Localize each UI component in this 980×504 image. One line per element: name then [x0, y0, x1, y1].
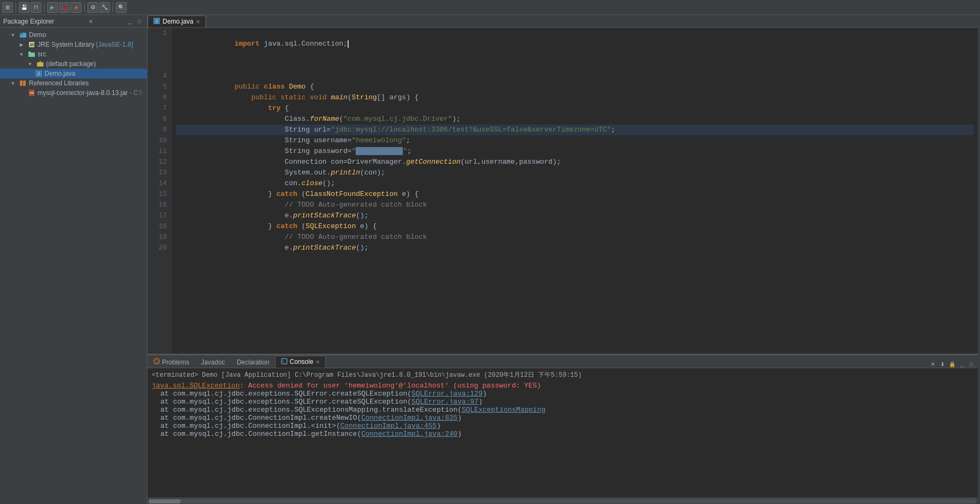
tree-item-demo-java[interactable]: J Demo.java	[0, 69, 147, 78]
toolbar-btn-save[interactable]: 💾	[19, 2, 30, 13]
ln-16: 16	[152, 200, 167, 210]
package-explorer-header: Package Explorer ✕ _ □	[0, 15, 147, 28]
toolbar-btn-run[interactable]: ▶	[47, 2, 58, 13]
java-file-icon: J	[34, 69, 43, 78]
tree-item-src[interactable]: ▼ src	[0, 49, 147, 59]
toolbar-btn-clean[interactable]: 🔧	[99, 2, 110, 13]
tab-problems-label: Problems	[162, 359, 189, 366]
tab-console[interactable]: >_ Console ✕	[275, 356, 326, 368]
ln-20: 20	[152, 243, 167, 253]
tree-item-demo-project[interactable]: ▼ Demo	[0, 30, 147, 40]
tab-declaration[interactable]: Declaration	[231, 356, 275, 368]
toolbar-btn-search[interactable]: 🔍	[116, 2, 127, 13]
jar-icon: JAR	[27, 89, 36, 97]
ln-10: 10	[152, 135, 167, 146]
ln-17: 17	[152, 210, 167, 221]
ln-15: 15	[152, 189, 167, 200]
console-controls: ✕ ⬇ 🔒 _ □	[929, 360, 978, 368]
code-line-4	[176, 60, 974, 71]
ln-4: 4	[152, 71, 167, 82]
code-line-8: Class.forName("com.mysql.cj.jdbc.Driver"…	[176, 103, 974, 114]
tree-item-label: Demo.java	[45, 70, 75, 77]
library-icon: JR	[27, 40, 36, 49]
ln-1: 1	[152, 28, 167, 39]
console-terminated-line: <terminated> Demo [Java Application] C:\…	[152, 370, 974, 379]
bottom-panel: ! Problems Javadoc Declaration >_	[148, 354, 978, 504]
stack-link-6[interactable]: ConnectionImpl.java:240	[361, 430, 457, 438]
expand-arrow-jar-icon	[17, 89, 26, 97]
minimize-btn[interactable]: _	[126, 18, 134, 25]
code-editor[interactable]: 1 4 5 6 7 8 9 10 11 12 13	[148, 28, 978, 354]
javadoc-label: Javadoc	[201, 359, 225, 366]
exception-type-link[interactable]: java.sql.SQLException	[152, 382, 240, 390]
editor-tab-demo-java[interactable]: J Demo.java ✕	[148, 16, 206, 27]
svg-text:J: J	[156, 19, 158, 23]
console-scroll-thumb[interactable]	[149, 499, 181, 503]
toolbar: ⊞ 💾 ⊓ ▶ 🐞 ■ ⚙ 🔧 🔍	[0, 0, 980, 15]
toolbar-btn-build[interactable]: ⚙	[87, 2, 98, 13]
tree-item-label: mysql-connector-java-8.0.13.jar - C:\	[38, 89, 142, 97]
code-line-3	[176, 49, 974, 60]
console-tab-close-icon[interactable]: ✕	[315, 359, 320, 365]
console-minimize-btn[interactable]: _	[957, 360, 966, 368]
stack-link-3[interactable]: SQLExceptionsMapping	[462, 406, 546, 414]
console-clear-btn[interactable]: ✕	[929, 360, 937, 368]
console-scrollbar-h[interactable]	[148, 498, 978, 504]
tree-item-label: src	[38, 50, 46, 58]
tree-item-mysql-jar[interactable]: JAR mysql-connector-java-8.0.13.jar - C:…	[0, 88, 147, 98]
ln-blank	[152, 60, 167, 71]
expand-arrow-jre-icon: ▶	[17, 40, 26, 49]
toolbar-btn-new[interactable]: ⊞	[2, 2, 13, 13]
right-resize-bar[interactable]	[978, 15, 980, 504]
declaration-label: Declaration	[237, 359, 269, 366]
bottom-tab-bar: ! Problems Javadoc Declaration >_	[148, 355, 978, 368]
ln-19: 19	[152, 232, 167, 243]
stack-link-5[interactable]: ConnectionImpl.java:455	[340, 422, 436, 430]
package-explorer-close-icon[interactable]: ✕	[89, 18, 93, 25]
console-maximize-btn[interactable]: □	[967, 360, 976, 368]
line-numbers: 1 4 5 6 7 8 9 10 11 12 13	[148, 28, 172, 354]
tree-item-label: JRE System Library [JavaSE-1.8]	[38, 41, 133, 48]
svg-text:JAR: JAR	[29, 91, 34, 94]
ln-9: 9	[152, 125, 167, 135]
toolbar-btn-debug[interactable]: 🐞	[59, 2, 70, 13]
toolbar-btn-saveall[interactable]: ⊓	[31, 2, 41, 13]
maximize-btn[interactable]: □	[135, 18, 144, 25]
java-tab-icon: J	[153, 18, 160, 26]
stack-link-4[interactable]: ConnectionImpl.java:835	[361, 414, 457, 422]
ln-5: 5	[152, 82, 167, 92]
tree-item-default-package[interactable]: ▼ (default package)	[0, 59, 147, 69]
expand-arrow-src-icon: ▼	[17, 50, 26, 59]
tree-item-label: Referenced Libraries	[29, 79, 89, 87]
ln-blank	[152, 39, 167, 49]
ln-11: 11	[152, 146, 167, 157]
exception-message: : Access denied for user 'hemeiwolong'@'…	[240, 382, 541, 390]
ref-lib-icon	[19, 79, 27, 87]
src-folder-icon	[27, 50, 36, 59]
ln-8: 8	[152, 114, 167, 125]
tab-problems[interactable]: ! Problems	[148, 356, 195, 368]
stack-line-2: at com.mysql.cj.jdbc.exceptions.SQLError…	[152, 398, 974, 406]
package-explorer-title: Package Explorer	[3, 18, 54, 25]
toolbar-btn-stop[interactable]: ■	[71, 2, 82, 13]
svg-rect-8	[23, 81, 26, 86]
ln-12: 12	[152, 157, 167, 167]
tree-item-ref-libs[interactable]: ▼ Referenced Libraries	[0, 78, 147, 88]
tab-javadoc[interactable]: Javadoc	[195, 356, 231, 368]
console-scroll-end-btn[interactable]: ⬇	[938, 360, 947, 368]
stack-link-2[interactable]: SQLError.java:97	[411, 398, 478, 406]
toolbar-sep-2	[44, 3, 45, 12]
toolbar-sep-3	[84, 3, 85, 12]
svg-text:JR: JR	[30, 43, 34, 47]
package-explorer-panel: Package Explorer ✕ _ □ ▼ Demo ▶	[0, 15, 148, 504]
editor-tab-label: Demo.java	[163, 18, 193, 25]
code-line-5: public class Demo {	[176, 71, 974, 82]
stack-line-3: at com.mysql.cj.jdbc.exceptions.SQLExcep…	[152, 406, 974, 414]
editor-tab-close-icon[interactable]: ✕	[196, 19, 200, 25]
tree-item-jre[interactable]: ▶ JR JRE System Library [JavaSE-1.8]	[0, 40, 147, 49]
svg-rect-7	[20, 81, 23, 86]
console-scroll-lock-btn[interactable]: 🔒	[948, 360, 956, 368]
svg-text:!: !	[156, 359, 157, 364]
svg-text:J: J	[38, 72, 40, 76]
stack-link-1[interactable]: SQLError.java:129	[411, 390, 483, 398]
